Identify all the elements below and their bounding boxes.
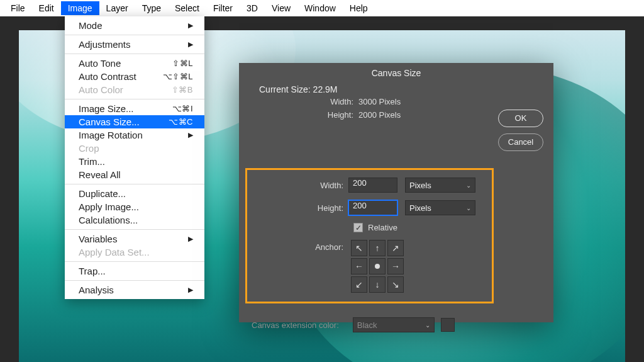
current-height-label: Height:: [259, 110, 358, 120]
chevron-down-icon: ⌄: [466, 182, 471, 189]
image-menu-dropdown: Mode▶ Adjustments▶ Auto Tone⇧⌘L Auto Con…: [65, 16, 204, 299]
menuitem-analysis[interactable]: Analysis▶: [65, 283, 204, 297]
menubar: File Edit Image Layer Type Select Filter…: [0, 0, 644, 16]
anchor-ne[interactable]: ↗: [387, 240, 404, 256]
menu-select[interactable]: Select: [168, 1, 206, 15]
anchor-w[interactable]: ←: [351, 258, 367, 274]
anchor-e[interactable]: →: [387, 258, 404, 274]
menuitem-image-size[interactable]: Image Size...⌥⌘I: [65, 102, 204, 115]
dialog-title: Canvas Size: [239, 63, 553, 84]
anchor-center[interactable]: [369, 258, 386, 274]
new-height-label: Height:: [255, 203, 348, 213]
shortcut: ⌥⇧⌘L: [163, 72, 193, 81]
anchor-sw[interactable]: ↙: [351, 276, 367, 293]
menuitem-adjustments[interactable]: Adjustments▶: [65, 38, 204, 51]
anchor-label: Anchor:: [255, 240, 348, 293]
ok-button[interactable]: OK: [498, 110, 543, 127]
current-size-label: Current Size: 22.9M: [250, 84, 542, 97]
menuitem-crop: Crop: [65, 142, 204, 155]
anchor-s[interactable]: ↓: [369, 276, 386, 293]
width-input[interactable]: 200: [348, 178, 397, 193]
height-unit-select[interactable]: Pixels⌄: [405, 200, 475, 215]
new-width-label: Width:: [255, 181, 348, 190]
menuitem-apply-data-set: Apply Data Set...: [65, 246, 204, 259]
anchor-grid: ↖ ↑ ↗ ← → ↙ ↓ ↘: [351, 240, 404, 293]
chevron-down-icon: ⌄: [466, 205, 471, 212]
menuitem-apply-image[interactable]: Apply Image...: [65, 200, 204, 213]
anchor-nw[interactable]: ↖: [351, 240, 367, 256]
submenu-arrow-icon: ▶: [188, 131, 193, 139]
menuitem-trim[interactable]: Trim...: [65, 155, 204, 168]
shortcut: ⇧⌘B: [172, 85, 193, 94]
shortcut: ⌥⌘C: [169, 117, 193, 127]
menu-image[interactable]: Image: [61, 1, 99, 15]
menu-edit[interactable]: Edit: [32, 1, 61, 15]
menuitem-reveal-all[interactable]: Reveal All: [65, 168, 204, 181]
current-width-value: 3000 Pixels: [358, 97, 542, 106]
menu-view[interactable]: View: [265, 1, 297, 15]
submenu-arrow-icon: ▶: [188, 40, 193, 48]
extension-color-select[interactable]: Black⌄: [353, 317, 435, 332]
menuitem-trap[interactable]: Trap...: [65, 264, 204, 278]
menuitem-duplicate[interactable]: Duplicate...: [65, 187, 204, 200]
menuitem-calculations[interactable]: Calculations...: [65, 213, 204, 227]
menuitem-mode[interactable]: Mode▶: [65, 19, 204, 32]
menu-3d[interactable]: 3D: [240, 1, 265, 15]
chevron-down-icon: ⌄: [425, 322, 430, 329]
cancel-button[interactable]: Cancel: [498, 133, 543, 151]
menu-type[interactable]: Type: [135, 1, 168, 15]
extension-color-label: Canvas extension color:: [252, 320, 339, 330]
menuitem-auto-tone[interactable]: Auto Tone⇧⌘L: [65, 57, 204, 70]
shortcut: ⇧⌘L: [172, 59, 193, 68]
current-width-label: Width:: [259, 97, 358, 106]
menu-help[interactable]: Help: [343, 1, 375, 15]
menuitem-canvas-size[interactable]: Canvas Size...⌥⌘C: [65, 115, 204, 128]
menuitem-auto-contrast[interactable]: Auto Contrast⌥⇧⌘L: [65, 70, 204, 83]
height-input[interactable]: 200: [348, 200, 397, 215]
anchor-n[interactable]: ↑: [369, 240, 386, 256]
submenu-arrow-icon: ▶: [188, 286, 193, 294]
extension-color-swatch[interactable]: [441, 318, 455, 332]
menuitem-image-rotation[interactable]: Image Rotation▶: [65, 128, 204, 142]
submenu-arrow-icon: ▶: [188, 235, 193, 243]
menu-layer[interactable]: Layer: [99, 1, 135, 15]
width-unit-select[interactable]: Pixels⌄: [405, 178, 475, 193]
menuitem-variables[interactable]: Variables▶: [65, 232, 204, 246]
canvas-size-dialog: Canvas Size OK Cancel Current Size: 22.9…: [239, 63, 553, 322]
menu-file[interactable]: File: [4, 1, 32, 15]
menuitem-auto-color: Auto Color⇧⌘B: [65, 83, 204, 96]
shortcut: ⌥⌘I: [172, 104, 193, 113]
submenu-arrow-icon: ▶: [188, 21, 193, 30]
relative-label: Relative: [368, 223, 397, 232]
relative-checkbox[interactable]: ✓: [353, 223, 363, 232]
menu-filter[interactable]: Filter: [206, 1, 240, 15]
anchor-se[interactable]: ↘: [387, 276, 404, 293]
menu-window[interactable]: Window: [297, 1, 343, 15]
